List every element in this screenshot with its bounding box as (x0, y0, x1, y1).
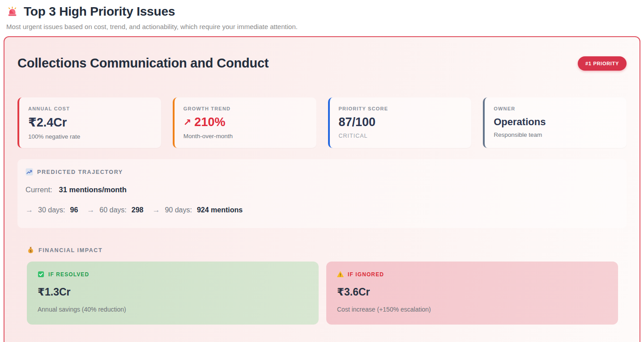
if-resolved-card: IF RESOLVED ₹1.3Cr Annual savings (40% r… (27, 262, 319, 325)
stat-label: GROWTH TREND (183, 106, 307, 111)
issue-title: Collections Communication and Conduct (17, 56, 269, 71)
forecast-label: 30 days: (38, 206, 65, 214)
financial-section-title: FINANCIAL IMPACT (38, 247, 102, 253)
trend-up-arrow-icon: ↗ (183, 117, 192, 127)
stat-value: 87/100 (339, 115, 463, 129)
stat-annual-cost: ANNUAL COST ₹2.4Cr 100% negative rate (17, 97, 161, 148)
stat-owner: OWNER Operations Responsible team (483, 97, 627, 148)
forecast-label: 90 days: (165, 206, 192, 214)
resolved-sub: Annual savings (40% reduction) (38, 306, 308, 313)
siren-icon (6, 6, 18, 18)
priority-issue-card: Collections Communication and Conduct #1… (4, 36, 640, 342)
priority-rank-badge: #1 PRIORITY (578, 56, 627, 71)
resolved-tag: IF RESOLVED (48, 271, 89, 278)
chart-increasing-icon (26, 168, 33, 176)
page-header: Top 3 High Priority Issues Most urgent i… (0, 0, 644, 30)
trajectory-forecast-row: → 30 days: 96 → 60 days: 298 → 90 days: … (26, 206, 618, 215)
stat-label: OWNER (494, 106, 618, 111)
stat-priority-score: PRIORITY SCORE 87/100 CRITICAL (328, 97, 472, 148)
warning-icon (337, 271, 344, 278)
arrow-right-icon: → (26, 206, 33, 215)
stat-sub: CRITICAL (339, 133, 463, 139)
forecast-value: 96 (70, 206, 78, 214)
arrow-right-icon: → (87, 206, 94, 215)
trajectory-current-row: Current: 31 mentions/month (26, 186, 618, 194)
stat-label: ANNUAL COST (28, 106, 152, 111)
stat-value-text: 210% (194, 115, 225, 129)
ignored-value: ₹3.6Cr (337, 286, 607, 298)
svg-text:$: $ (30, 249, 32, 253)
ignored-tag: IF IGNORED (348, 271, 384, 278)
current-value: 31 mentions/month (59, 186, 127, 194)
predicted-trajectory-panel: PREDICTED TRAJECTORY Current: 31 mention… (17, 159, 627, 228)
arrow-right-icon: → (152, 206, 160, 215)
issue-card-header: Collections Communication and Conduct #1… (17, 56, 627, 71)
page-subtitle: Most urgent issues based on cost, trend,… (6, 23, 637, 30)
stat-value: Operations (494, 116, 618, 128)
stat-value: ₹2.4Cr (28, 115, 152, 130)
if-ignored-card: IF IGNORED ₹3.6Cr Cost increase (+150% e… (326, 262, 618, 325)
current-label: Current: (26, 186, 52, 194)
forecast-value: 298 (132, 206, 144, 214)
stat-sub: Responsible team (494, 131, 618, 138)
ignored-sub: Cost increase (+150% escalation) (337, 306, 607, 313)
forecast-label: 60 days: (99, 206, 126, 214)
page-title: Top 3 High Priority Issues (24, 4, 175, 19)
stat-sub: 100% negative rate (28, 133, 152, 140)
resolved-value: ₹1.3Cr (38, 286, 308, 298)
financial-impact-section: $ FINANCIAL IMPACT IF RESOLVED ₹1.3Cr A (27, 246, 618, 325)
forecast-value: 924 mentions (197, 206, 243, 214)
stats-row: ANNUAL COST ₹2.4Cr 100% negative rate GR… (17, 97, 627, 148)
money-bag-icon: $ (27, 246, 34, 254)
stat-growth-trend: GROWTH TREND ↗210% Month-over-month (173, 97, 316, 148)
stat-label: PRIORITY SCORE (339, 106, 463, 111)
trajectory-section-title: PREDICTED TRAJECTORY (37, 169, 123, 175)
stat-value: ↗210% (183, 115, 307, 129)
check-square-icon (38, 271, 44, 278)
stat-sub: Month-over-month (183, 133, 307, 139)
